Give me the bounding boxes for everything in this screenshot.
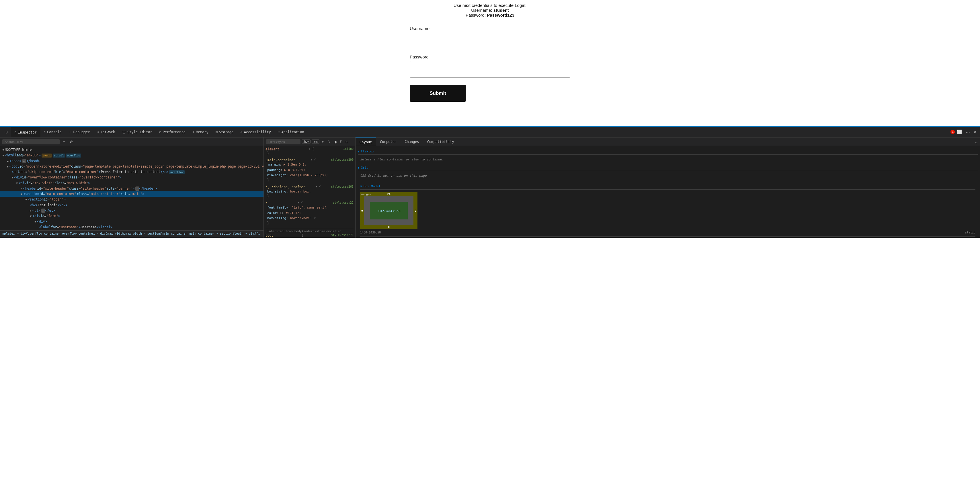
expand-icon[interactable]: ▶ bbox=[30, 209, 32, 213]
filter-styles-input[interactable] bbox=[266, 139, 301, 144]
expand-icon[interactable]: ▼ bbox=[2, 153, 4, 157]
right-panel: Layout Computed Changes Compatibility ⌄ … bbox=[356, 138, 980, 238]
html-line-selected[interactable]: ▼ <section id="main-container" class="ma… bbox=[0, 191, 264, 197]
pseudo-cls-button[interactable]: .cls bbox=[312, 140, 320, 144]
page-area: Use next credentials to execute Login: U… bbox=[0, 0, 980, 126]
expand-icon[interactable]: ▼ bbox=[7, 164, 9, 169]
expand-icon[interactable]: ▼ bbox=[11, 175, 13, 179]
devtools-tab-pick[interactable]: ⬡ bbox=[1, 127, 11, 137]
right-panel-tabs: Layout Computed Changes Compatibility ⌄ bbox=[356, 138, 980, 146]
css-selector: .main-container ▾ { style.css:290 bbox=[266, 158, 353, 162]
scroll-badge: scroll bbox=[53, 154, 65, 157]
tab-console[interactable]: ≥ Console bbox=[40, 127, 65, 137]
debugger-icon: ⏸ bbox=[69, 130, 72, 134]
responsive-design-button[interactable]: ⬜ bbox=[955, 130, 964, 135]
layout-view-button[interactable]: ⊞ bbox=[344, 139, 350, 144]
tab-performance-label: Performance bbox=[162, 130, 185, 134]
override-icon: ▼ bbox=[314, 217, 316, 220]
error-badge: 1 bbox=[950, 130, 955, 134]
css-source: inline bbox=[343, 147, 353, 151]
right-tab-compatibility[interactable]: Compatibility bbox=[423, 138, 458, 146]
flexbox-label: Flexbox bbox=[361, 149, 374, 153]
expand-icon[interactable]: ▶ bbox=[21, 187, 22, 191]
css-prop-line: margin: ▶ 1.5em 0 0; bbox=[266, 162, 353, 168]
css-rule-all: * ▾ { style.css:22 font-family: "Lato", … bbox=[266, 201, 353, 225]
html-line: ▶ <ul> … </ul> bbox=[0, 208, 264, 213]
css-source: style.css:263 bbox=[331, 185, 353, 189]
expand-icon[interactable]: ▶ bbox=[7, 159, 9, 163]
grid-label: Grid bbox=[361, 166, 368, 170]
right-tab-changes[interactable]: Changes bbox=[401, 138, 423, 146]
add-node-button[interactable]: + bbox=[61, 139, 67, 144]
pick-element-button[interactable]: ⊕ bbox=[68, 139, 74, 144]
css-source-label: ▾ { bbox=[309, 147, 314, 151]
devtools-body: + ⊕ <!DOCTYPE html> ▼ <html lang="en-US"… bbox=[0, 138, 980, 238]
expand-icon[interactable]: ▼ bbox=[30, 214, 32, 218]
tab-debugger[interactable]: ⏸ Debugger bbox=[65, 127, 94, 137]
css-prop-line: color: #121212; bbox=[266, 211, 353, 216]
tab-application[interactable]: ⬚ Application bbox=[275, 127, 308, 137]
html-line: <label for="username" >Username</label> bbox=[0, 225, 264, 230]
html-line: ▼ <div id="form" > bbox=[0, 213, 264, 219]
tab-storage[interactable]: ▤ Storage bbox=[212, 127, 237, 137]
tab-network-label: Network bbox=[100, 130, 115, 134]
bm-margin-label: margin bbox=[361, 192, 371, 196]
right-tab-compatibility-label: Compatibility bbox=[427, 140, 454, 144]
expand-icon[interactable]: ▼ bbox=[16, 181, 18, 185]
credentials-username-label: Username: bbox=[471, 8, 492, 13]
right-tab-layout[interactable]: Layout bbox=[356, 138, 376, 146]
tab-console-label: Console bbox=[47, 130, 62, 134]
expand-icon[interactable]: ▼ bbox=[25, 197, 27, 201]
right-tab-spacer bbox=[458, 138, 973, 146]
html-line: ▶ <header id="site-header" class="site-h… bbox=[0, 186, 264, 191]
html-line: <a class="skip-content" href="#main-cont… bbox=[0, 169, 264, 175]
tab-memory[interactable]: ◈ Memory bbox=[189, 127, 212, 137]
badge: … bbox=[41, 209, 45, 213]
memory-icon: ◈ bbox=[192, 130, 195, 134]
css-rule-main-container: .main-container ▾ { style.css:290 margin… bbox=[266, 158, 353, 182]
right-panel-chevron-button[interactable]: ⌄ bbox=[973, 138, 980, 146]
copy-button[interactable]: ⎘ bbox=[339, 139, 343, 144]
flexbox-expand-icon[interactable]: ▼ bbox=[358, 150, 359, 153]
expand-icon[interactable]: ▼ bbox=[34, 219, 36, 224]
css-selector: *, ::before, ::after ▾ { style.css:263 bbox=[266, 185, 353, 189]
credentials-line1: Use next credentials to execute Login: bbox=[453, 3, 527, 8]
grid-expand-icon[interactable]: ▼ bbox=[358, 167, 359, 169]
devtools-close-button[interactable]: ✕ bbox=[972, 130, 979, 135]
html-line: ▶ <head> … </head> bbox=[0, 159, 264, 164]
tab-style-editor[interactable]: {} Style Editor bbox=[119, 127, 156, 137]
box-model-expand-icon[interactable]: ▼ bbox=[360, 184, 362, 188]
add-rule-button[interactable]: + bbox=[321, 139, 325, 144]
right-panel-body: ▼ Flexbox Select a Flex container or ite… bbox=[356, 146, 980, 238]
username-input[interactable] bbox=[410, 33, 570, 49]
tab-accessibility[interactable]: ♿ Accessibility bbox=[237, 127, 275, 137]
expand-icon[interactable]: ▼ bbox=[21, 192, 22, 196]
tab-network[interactable]: ↕ Network bbox=[94, 127, 119, 137]
bm-dimension-label: 1400×1436.58 static bbox=[360, 231, 975, 234]
search-html-input[interactable] bbox=[2, 139, 60, 144]
tab-storage-label: Storage bbox=[219, 130, 234, 134]
bm-content-size: 1312.5×1436.58 bbox=[377, 209, 400, 213]
dark-mode-button[interactable]: ☽ bbox=[326, 139, 331, 144]
password-input[interactable] bbox=[410, 61, 570, 78]
html-line: ▼ <body id="modern-store-modified" class… bbox=[0, 164, 264, 169]
flexbox-info: Select a Flex container or item to conti… bbox=[358, 156, 978, 162]
color-scheme-button[interactable]: ◑ bbox=[332, 139, 338, 144]
box-model-margin: margin 24 0 0 0 1312.5×1436.58 bbox=[360, 192, 417, 229]
credentials-password-line: Password: Password123 bbox=[453, 13, 527, 17]
badge: … bbox=[22, 159, 26, 163]
html-line: <!DOCTYPE html> bbox=[0, 147, 264, 153]
tab-inspector[interactable]: ◻ Inspector bbox=[11, 127, 40, 137]
pseudo-hover-button[interactable]: :hov bbox=[302, 140, 310, 144]
submit-button[interactable]: Submit bbox=[410, 85, 466, 102]
tab-performance[interactable]: ◷ Performance bbox=[156, 127, 189, 137]
bm-margin-bottom: 0 bbox=[388, 225, 390, 228]
overflow-badge: overflow bbox=[169, 170, 185, 174]
html-line: ▼ <div id="overflow-container" class="ov… bbox=[0, 175, 264, 180]
css-prop-line: font-size: 100%; bbox=[266, 238, 353, 238]
color-swatch bbox=[280, 212, 283, 214]
html-content: <!DOCTYPE html> ▼ <html lang="en-US" > e… bbox=[0, 146, 264, 230]
devtools-settings-button[interactable]: ⋯ bbox=[964, 130, 972, 135]
css-panel: :hov .cls + ☽ ◑ ⎘ ⊞ element ▾ { inline } bbox=[264, 138, 356, 238]
right-tab-computed[interactable]: Computed bbox=[376, 138, 401, 146]
